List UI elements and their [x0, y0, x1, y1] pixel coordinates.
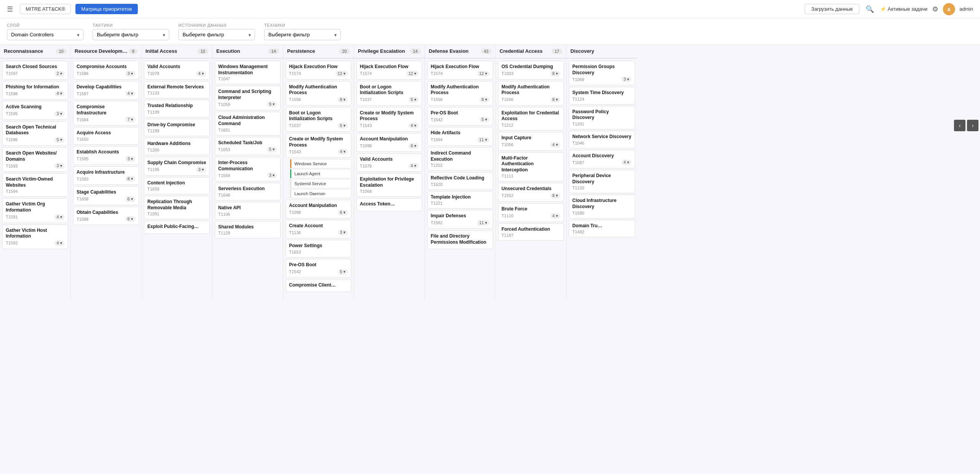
tech-card[interactable]: Domain Tru…T1482: [569, 220, 635, 238]
tech-card[interactable]: Modify Authentication ProcessT15568 ▾: [498, 81, 564, 106]
tech-card[interactable]: Compromise Client…: [286, 279, 351, 292]
mitre-brand-tab[interactable]: MITRE ATT&CK®: [20, 4, 71, 14]
tech-card[interactable]: Acquire AccessT1650: [73, 127, 139, 145]
tech-card[interactable]: Create or Modify System ProcessT15434 ▾: [286, 133, 351, 158]
sub-item[interactable]: Systemd Service: [290, 179, 351, 188]
tech-card[interactable]: Develop CapabilitiesT15874 ▾: [73, 81, 139, 100]
tech-card[interactable]: Input CaptureT10564 ▾: [498, 132, 564, 151]
tech-card[interactable]: Scheduled Task/JobT10535 ▾: [215, 137, 281, 156]
tech-card-title: Exploit Public-Facing…: [147, 224, 206, 230]
tech-card[interactable]: Pre-OS BootT15425 ▾: [427, 107, 493, 126]
tech-card[interactable]: Template InjectionT1221: [427, 191, 493, 209]
tech-card[interactable]: Hijack Execution FlowT157412 ▾: [356, 61, 422, 80]
tech-card[interactable]: Boot or Logon Initialization ScriptsT103…: [356, 81, 422, 106]
datasources-select[interactable]: Выберите фильтр: [178, 29, 255, 40]
tech-card[interactable]: Reflective Code LoadingT1620: [427, 172, 493, 190]
tech-card[interactable]: Network Service DiscoveryT1046: [569, 131, 635, 148]
tech-card-id-row: T15886 ▾: [77, 216, 136, 222]
tech-card[interactable]: Exploit Public-Facing…: [144, 221, 210, 234]
tech-card[interactable]: Supply Chain CompromiseT11953 ▾: [144, 157, 210, 176]
tech-card[interactable]: Search Victim-Owned WebsitesT1594: [2, 173, 68, 197]
tech-card[interactable]: Power SettingsT1653: [286, 240, 351, 257]
tech-card[interactable]: Content InjectionT1659: [144, 177, 210, 195]
tech-card[interactable]: Modify Authentication ProcessT15568 ▾: [286, 81, 351, 106]
priority-matrix-tab[interactable]: Матрица приоритетов: [75, 4, 137, 14]
tech-card[interactable]: Exploitation for Credential AccessT1212: [498, 107, 564, 130]
tech-card[interactable]: Hardware AdditionsT1200: [144, 138, 210, 155]
tech-card[interactable]: Cloud Administration CommandT1651: [215, 112, 281, 135]
tech-card[interactable]: Replication Through Removable MediaT1091: [144, 196, 210, 219]
tech-card[interactable]: Valid AccountsT10784 ▾: [356, 153, 422, 172]
tech-card[interactable]: Account ManipulationT10986 ▾: [356, 133, 422, 152]
tactics-select[interactable]: Выберите фильтр: [93, 29, 169, 40]
tech-card[interactable]: Inter-Process CommunicationT15593 ▾: [215, 157, 281, 181]
tech-card[interactable]: Trusted RelationshipT1199: [144, 100, 210, 117]
tech-card[interactable]: Command and Scripting InterpreterT10599 …: [215, 86, 281, 110]
avatar[interactable]: a: [943, 3, 955, 15]
sub-item[interactable]: Launch Agent: [290, 169, 351, 178]
tech-card[interactable]: Acquire InfrastructureT15838 ▾: [73, 166, 139, 185]
tech-card[interactable]: Pre-OS BootT15425 ▾: [286, 259, 351, 278]
tech-card[interactable]: Gather Victim Host InformationT15924 ▾: [2, 225, 68, 249]
tech-card[interactable]: Unsecured CredentialsT15528 ▾: [498, 183, 564, 202]
upload-button[interactable]: Загрузить данные: [805, 4, 859, 14]
tech-card-id-row: T15568 ▾: [431, 97, 490, 103]
tech-card[interactable]: Compromise AccountsT15863 ▾: [73, 61, 139, 80]
tech-card[interactable]: Indirect Command ExecutionT1202: [427, 147, 493, 171]
tech-card[interactable]: Account ManipulationT10986 ▾: [286, 200, 351, 218]
settings-icon[interactable]: ⚙: [932, 5, 938, 13]
menu-icon[interactable]: ☰: [7, 5, 13, 13]
tech-card-id: T1106: [218, 212, 230, 217]
tech-card[interactable]: Access Token…: [356, 198, 422, 211]
tech-card[interactable]: Shared ModulesT1129: [215, 221, 281, 239]
tech-card[interactable]: Drive-by CompromiseT1189: [144, 119, 210, 137]
tech-card[interactable]: Cloud Infrastructure DiscoveryT1580: [569, 195, 635, 218]
tech-card[interactable]: Peripheral Device DiscoveryT1120: [569, 170, 635, 193]
tech-card[interactable]: Windows Management InstrumentationT1047: [215, 61, 281, 84]
tech-card[interactable]: Boot or Logon Initialization ScriptsT103…: [286, 107, 351, 132]
tech-card[interactable]: Search Open Websites/ DomainsT15933 ▾: [2, 147, 68, 172]
tech-card[interactable]: External Remote ServicesT1133: [144, 81, 210, 99]
tech-card[interactable]: Hide ArtifactsT156411 ▾: [427, 127, 493, 146]
tech-card[interactable]: Phishing for InformationT15984 ▾: [2, 81, 68, 100]
prev-arrow[interactable]: ‹: [954, 120, 965, 131]
tech-card[interactable]: Exploitation for Privilege EscalationT10…: [356, 173, 422, 197]
tech-card[interactable]: Hijack Execution FlowT157412 ▾: [286, 61, 351, 80]
tech-card[interactable]: Establish AccountsT15853 ▾: [73, 146, 139, 165]
tech-card[interactable]: Compromise InfrastructureT15847 ▾: [73, 101, 139, 125]
search-icon[interactable]: 🔍: [864, 3, 875, 15]
techniques-select[interactable]: Выберите фильтр: [264, 29, 341, 40]
tech-card[interactable]: Create or Modify System ProcessT15434 ▾: [356, 107, 422, 132]
sub-item[interactable]: Windows Service: [290, 159, 351, 168]
tech-card[interactable]: Brute ForceT11104 ▾: [498, 203, 564, 222]
sub-item[interactable]: Launch Daemon: [290, 189, 351, 198]
layer-select-wrapper[interactable]: Domain Controllers: [7, 29, 83, 40]
tech-card[interactable]: Valid AccountsT10784 ▾: [144, 61, 210, 80]
layer-select[interactable]: Domain Controllers: [7, 29, 83, 40]
tech-card[interactable]: Active ScanningT15953 ▾: [2, 101, 68, 120]
tech-card[interactable]: Account DiscoveryT10874 ▾: [569, 150, 635, 169]
active-tasks-button[interactable]: ⚡ Активные задачи: [880, 6, 928, 12]
tactics-select-wrapper[interactable]: Выберите фильтр: [93, 29, 169, 40]
tech-card[interactable]: Permission Groups DiscoveryT10693 ▾: [569, 61, 635, 85]
tech-card[interactable]: Native APIT1106: [215, 202, 281, 220]
tech-card[interactable]: File and Directory Permissions Modificat…: [427, 230, 493, 249]
tech-card[interactable]: Modify Authentication ProcessT15568 ▾: [427, 81, 493, 106]
tech-card[interactable]: Create AccountT11363 ▾: [286, 220, 351, 239]
next-arrow[interactable]: ›: [967, 120, 978, 131]
tech-card[interactable]: Search Closed SourcesT15972 ▾: [2, 61, 68, 80]
tech-card[interactable]: Impair DefensesT156211 ▾: [427, 210, 493, 229]
techniques-select-wrapper[interactable]: Выберите фильтр: [264, 29, 341, 40]
tech-card[interactable]: Serverless ExecutionT1648: [215, 183, 281, 200]
tech-card[interactable]: Forced AuthenticationT1187: [498, 223, 564, 241]
datasources-select-wrapper[interactable]: Выберите фильтр: [178, 29, 255, 40]
tech-card[interactable]: Stage CapabilitiesT16086 ▾: [73, 186, 139, 205]
tech-card[interactable]: Obtain CapabilitiesT15886 ▾: [73, 207, 139, 225]
tech-card[interactable]: Password Policy DiscoveryT1201: [569, 106, 635, 129]
tech-card[interactable]: System Time DiscoveryT1124: [569, 87, 635, 104]
tech-card[interactable]: Multi-Factor Authentication Interception…: [498, 152, 564, 182]
tech-card[interactable]: Gather Victim Org InformationT15914 ▾: [2, 198, 68, 223]
tech-card[interactable]: OS Credential DumpingT10038 ▾: [498, 61, 564, 80]
tech-card[interactable]: Search Open Technical DatabasesT15965 ▾: [2, 121, 68, 146]
tech-card[interactable]: Hijack Execution FlowT157412 ▾: [427, 61, 493, 80]
